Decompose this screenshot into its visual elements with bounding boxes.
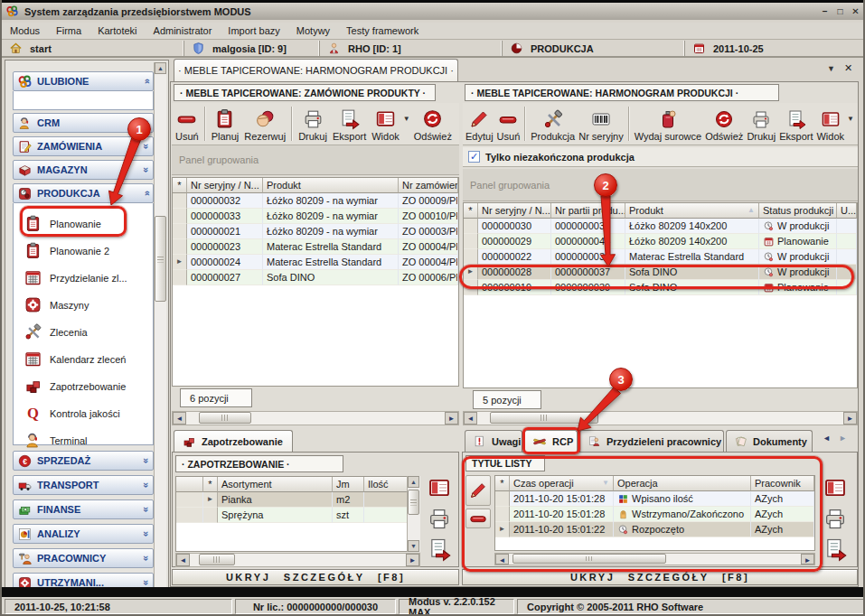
table-row-selected[interactable]: ► 2011-10-20 15:01:22 Rozpoczęto AZych <box>495 522 814 537</box>
view-dropdown-icon[interactable]: ▼ <box>847 115 854 123</box>
shortcut-start[interactable]: start <box>2 41 184 56</box>
sidebar-group-ulubione[interactable]: ULUBIONE » <box>13 71 154 91</box>
rcp-delete-button[interactable] <box>465 509 491 528</box>
scrollbar-thumb[interactable] <box>155 216 166 302</box>
tabs-scroll-right-icon[interactable]: ► <box>839 434 847 443</box>
view-icon[interactable] <box>427 475 452 500</box>
table-row[interactable]: 000000021 Łóżko 80209 - na wymiar ZO 000… <box>173 224 458 239</box>
shortcut-date[interactable]: 2011-10-25 <box>685 41 865 56</box>
hide-details-button-left[interactable]: UKRYJ SZCZEGÓŁY [F8] <box>172 569 459 585</box>
shortcut-user[interactable]: malgosia [ID: 9] <box>184 41 320 56</box>
tab-przydzieleni-pracownicy[interactable]: Przydzieleni pracownicy <box>579 430 724 452</box>
view-dropdown-icon[interactable]: ▼ <box>403 115 410 123</box>
printer-icon[interactable] <box>427 506 452 531</box>
sidebar-item-kalendarz-zlecen[interactable]: Kalendarz zleceń <box>16 346 150 372</box>
scroll-right-icon[interactable]: ► <box>801 554 814 565</box>
table-row[interactable]: 2011-10-20 15:01:28 Wstrzymano/Zakończon… <box>495 507 814 522</box>
close-button[interactable]: ✕ <box>848 5 863 18</box>
table-row[interactable]: 000000019 0000000039 Sofa DINO Planowani… <box>464 280 857 295</box>
tab-rcp[interactable]: RCP <box>524 430 578 452</box>
scroll-left-icon[interactable]: ◄ <box>176 554 190 566</box>
scroll-up-icon[interactable]: ▲ <box>155 62 166 74</box>
sidebar-item-maszyny[interactable]: Maszyny <box>16 292 150 318</box>
production-button[interactable]: Produkcja <box>529 107 577 143</box>
marker-column-header[interactable]: * <box>203 477 218 492</box>
table-row[interactable]: Sprężyna szt <box>176 508 419 523</box>
sidebar-scrollbar[interactable]: ▲ ▼ <box>154 62 166 587</box>
edit-button[interactable]: Edytuj <box>464 107 495 143</box>
export-icon[interactable] <box>427 537 452 562</box>
maximize-button[interactable]: □ <box>832 5 848 18</box>
scrollbar-thumb[interactable] <box>490 412 598 424</box>
scrollbar-thumb[interactable] <box>512 554 666 564</box>
column-header[interactable]: Nr seryjny / N... <box>478 203 551 219</box>
shortcut-module[interactable]: PRODUKCJA <box>503 41 685 56</box>
sidebar-group-analizy[interactable]: ANALIZY » <box>13 524 154 544</box>
scroll-left-icon[interactable]: ◄ <box>495 554 509 565</box>
view-button[interactable]: Widok <box>814 107 846 143</box>
marker-column-header[interactable]: * <box>495 476 510 491</box>
column-header[interactable]: Produkt▲ <box>625 203 759 219</box>
export-button[interactable]: Eksport <box>330 107 369 143</box>
table-row[interactable]: 000000029 0000000044 Łóżko 80209 140x200… <box>464 234 857 249</box>
marker-column-header[interactable]: * <box>173 178 187 193</box>
delete-button[interactable]: Usuń <box>495 107 522 143</box>
export-button[interactable]: Eksport <box>777 107 814 143</box>
refresh-button[interactable]: Odśwież <box>703 107 745 143</box>
column-header[interactable]: Status produkcji <box>759 203 837 219</box>
scrollbar-thumb[interactable] <box>408 490 419 515</box>
sidebar-group-magazyn[interactable]: MAGAZYN » <box>13 160 154 180</box>
sidebar-group-produkcja[interactable]: PRODUKCJA » <box>13 183 154 203</box>
scroll-left-icon[interactable]: ◄ <box>464 412 477 425</box>
minimize-button[interactable]: – <box>817 5 832 18</box>
rcp-horizontal-scrollbar[interactable]: ◄ ► <box>494 553 815 565</box>
menu-modus[interactable]: Modus <box>2 25 48 36</box>
menu-motywy[interactable]: Motywy <box>288 25 338 36</box>
tab-dropdown-icon[interactable]: ▼ <box>827 64 835 73</box>
tab-uwagi[interactable]: Uwagi <box>465 430 522 452</box>
column-header[interactable]: Pracownik <box>751 476 814 491</box>
scroll-right-icon[interactable]: ► <box>843 412 857 425</box>
tabs-scroll-left-icon[interactable]: ◄ <box>823 434 831 443</box>
checkbox-checked-icon[interactable]: ✓ <box>468 151 480 163</box>
plan-button[interactable]: Planuj <box>209 107 242 143</box>
reserve-button[interactable]: Rezerwuj <box>241 107 288 143</box>
zapotrzebowanie-horizontal-scrollbar[interactable]: ◄ ► <box>175 553 420 567</box>
sidebar-item-planowanie[interactable]: Planowanie <box>16 210 150 237</box>
hide-details-button-right[interactable]: UKRYJ SZCZEGÓŁY [F8] <box>462 569 858 585</box>
sidebar-item-przydzielanie[interactable]: Przydzielanie zl... <box>16 265 150 291</box>
sidebar-group-sprzedaz[interactable]: SPRZEDAŻ » <box>13 451 154 471</box>
scrollbar-thumb[interactable] <box>199 412 251 424</box>
printer-icon[interactable] <box>823 506 848 531</box>
scroll-right-icon[interactable]: ► <box>406 554 419 566</box>
export-icon[interactable] <box>823 537 848 562</box>
table-row-focused[interactable]: ► 000000024 Materac Estrella Standard ZO… <box>173 255 458 270</box>
sidebar-group-utrzymanie[interactable]: UTRZYMANI... » <box>13 573 154 587</box>
column-header[interactable]: Produkt <box>263 178 399 193</box>
column-header[interactable]: Jm <box>333 477 364 492</box>
sidebar-item-zlecenia[interactable]: Zlecenia <box>16 319 150 345</box>
scroll-left-icon[interactable]: ◄ <box>173 412 186 425</box>
zapotrzebowanie-vertical-scrollbar[interactable]: ▲ ▼ <box>407 476 420 552</box>
issue-materials-button[interactable]: Wydaj surowce <box>633 107 703 143</box>
table-row[interactable]: 000000032 Łóżko 80209 - na wymiar ZO 000… <box>173 193 458 209</box>
menu-import-bazy[interactable]: Import bazy <box>220 25 287 36</box>
menu-kartoteki[interactable]: Kartoteki <box>89 25 145 36</box>
table-row-selected[interactable]: ► 000000028 0000000037 Sofa DINO W produ… <box>464 265 857 280</box>
sidebar-group-zamowienia[interactable]: ZAMÓWIENIA » <box>13 136 154 156</box>
scroll-down-icon[interactable]: ▼ <box>408 540 419 552</box>
table-row[interactable]: 000000027 Sofa DINO ZO 00006/PR. <box>173 270 458 285</box>
column-header[interactable]: Nr seryjny / N... <box>187 178 263 193</box>
table-row[interactable]: 2011-10-20 15:01:28 Wpisano ilość AZych <box>495 491 814 507</box>
table-row[interactable]: 000000033 Łóżko 80209 - na wymiar ZO 000… <box>173 209 458 224</box>
print-button[interactable]: Drukuj <box>296 107 330 143</box>
tab-close-icon[interactable]: ✕ <box>844 62 852 74</box>
scroll-up-icon[interactable]: ▲ <box>408 476 419 488</box>
delete-button[interactable]: Usuń <box>173 107 202 143</box>
sidebar-item-planowanie-2[interactable]: Planowanie 2 <box>16 238 150 264</box>
view-button[interactable]: Widok <box>369 107 402 143</box>
menu-firma[interactable]: Firma <box>48 25 89 36</box>
print-button[interactable]: Drukuj <box>745 107 777 143</box>
table-row[interactable]: 000000030 0000000038 Łóżko 80209 140x200… <box>464 219 857 234</box>
menu-administrator[interactable]: Administrator <box>146 25 221 36</box>
